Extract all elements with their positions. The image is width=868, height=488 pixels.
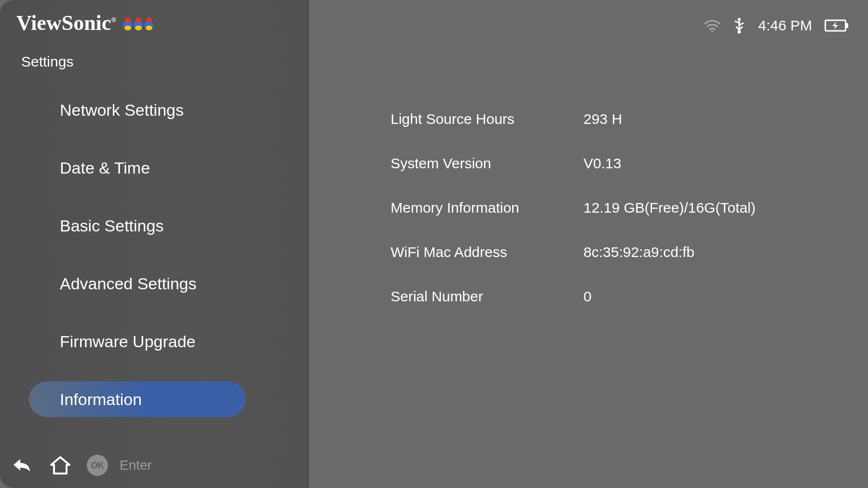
sidebar: ViewSonic® — [0, 0, 309, 488]
settings-menu: Network Settings Date & Time Basic Setti… — [0, 92, 308, 417]
menu-label: Advanced Settings — [60, 274, 197, 293]
main-panel: 4:46 PM Light Source Hours 293 H System … — [309, 0, 868, 488]
menu-item-firmware-upgrade[interactable]: Firmware Upgrade — [34, 324, 308, 359]
menu-item-network-settings[interactable]: Network Settings — [34, 92, 308, 128]
ok-icon[interactable]: OK — [87, 455, 108, 476]
clock: 4:46 PM — [758, 17, 812, 34]
info-label: Serial Number — [391, 288, 583, 305]
svg-point-1 — [125, 17, 131, 23]
enter-label: Enter — [120, 458, 152, 473]
bottom-nav: OK Enter — [10, 453, 152, 477]
menu-label: Basic Settings — [60, 217, 163, 235]
info-label: Light Source Hours — [391, 111, 583, 127]
info-row-light-source: Light Source Hours 293 H — [391, 111, 849, 127]
svg-point-7 — [146, 17, 152, 23]
info-value: 8c:35:92:a9:cd:fb — [583, 244, 694, 260]
brand-text: ViewSonic® — [16, 11, 116, 35]
info-label: Memory Information — [391, 200, 583, 216]
info-value: 0 — [583, 288, 592, 305]
info-value: V0.13 — [583, 155, 621, 172]
menu-item-information[interactable]: Information — [29, 381, 246, 417]
svg-point-2 — [124, 26, 131, 30]
svg-point-5 — [135, 26, 142, 30]
info-value: 12.19 GB(Free)/16G(Total) — [583, 200, 756, 216]
wifi-icon — [704, 19, 720, 32]
menu-item-advanced-settings[interactable]: Advanced Settings — [34, 266, 308, 301]
menu-label: Date & Time — [60, 159, 150, 177]
menu-label: Information — [60, 390, 142, 409]
birds-icon — [121, 14, 156, 33]
brand-logo: ViewSonic® — [0, 11, 308, 35]
ok-label: OK — [91, 461, 104, 471]
information-list: Light Source Hours 293 H System Version … — [309, 111, 849, 305]
info-row-memory: Memory Information 12.19 GB(Free)/16G(To… — [391, 200, 849, 216]
svg-point-8 — [146, 26, 152, 30]
info-row-wifi-mac: WiFi Mac Address 8c:35:92:a9:cd:fb — [391, 244, 849, 260]
info-row-serial: Serial Number 0 — [391, 288, 849, 305]
info-value: 293 H — [583, 111, 622, 127]
svg-point-4 — [136, 17, 141, 23]
page-title: Settings — [0, 54, 308, 70]
usb-icon — [733, 17, 746, 34]
info-label: WiFi Mac Address — [391, 244, 583, 260]
menu-label: Network Settings — [60, 101, 184, 120]
battery-charging-icon — [825, 19, 849, 32]
home-icon[interactable] — [48, 453, 72, 477]
svg-point-9 — [711, 30, 713, 32]
svg-point-12 — [738, 30, 741, 34]
info-row-system-version: System Version V0.13 — [391, 155, 849, 172]
menu-label: Firmware Upgrade — [60, 332, 196, 351]
svg-rect-14 — [846, 23, 848, 28]
menu-item-basic-settings[interactable]: Basic Settings — [34, 208, 308, 244]
back-icon[interactable] — [10, 453, 34, 477]
status-bar: 4:46 PM — [704, 17, 849, 34]
menu-item-date-time[interactable]: Date & Time — [34, 150, 308, 186]
info-label: System Version — [391, 155, 583, 172]
